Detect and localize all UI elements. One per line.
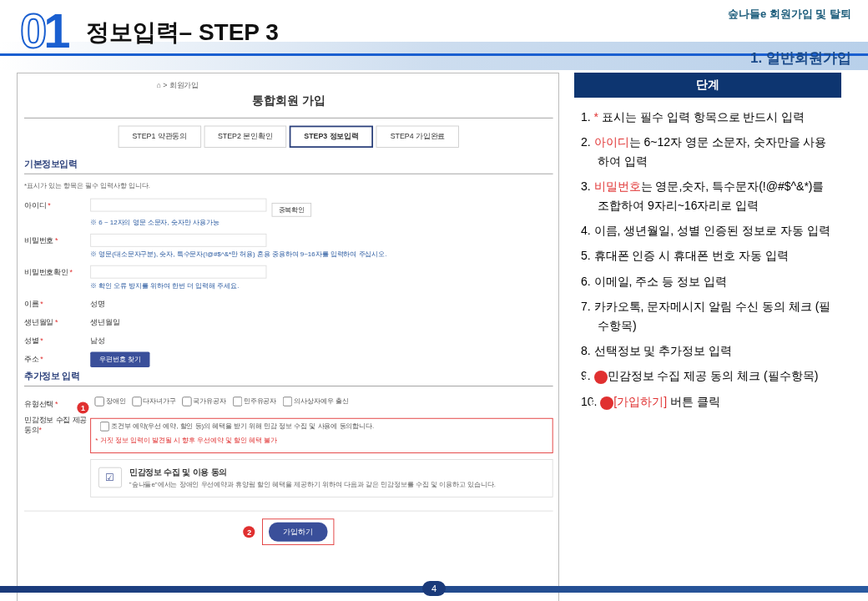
pw2-label: 비밀번호확인 xyxy=(24,265,90,278)
consent-detail-box: ☑ 민감정보 수집 및 이용 동의 "숲나들e"에서는 장애인 우선예약과 휴양… xyxy=(90,459,553,497)
consent-checkbox[interactable] xyxy=(100,422,109,431)
shield-icon: ☑ xyxy=(98,467,122,488)
required-note: *표시가 있는 항목은 필수 입력사항 입니다. xyxy=(24,181,553,190)
stage-header: 단계 xyxy=(574,73,841,98)
step-tabs: STEP1 약관동의 STEP2 본인확인 STEP3 정보입력 STEP4 가… xyxy=(24,126,553,148)
instructions-panel: 단계 1. * 표시는 필수 입력 항목으로 반드시 입력2. 아이디는 6~1… xyxy=(574,73,841,601)
page-number: 4 xyxy=(422,581,446,596)
consent-box-title: 민감정보 수집 및 이용 동의 xyxy=(129,467,496,478)
chk-disabled[interactable] xyxy=(94,396,103,406)
doc-section: 1. 일반회원가입 xyxy=(750,48,851,68)
step-item: 7. 카카오톡, 문자메시지 알림 수신 동의 체크 (필수항목) xyxy=(581,297,835,335)
field-pw2: 비밀번호확인 ※ 확인 오류 방지를 위하여 한번 더 입력해 주세요. xyxy=(24,262,553,294)
num-solid: 1 xyxy=(43,3,67,58)
id-label: 아이디 xyxy=(24,199,90,211)
birth-label: 생년월일 xyxy=(24,316,90,328)
step-item: 2. 아이디는 6~12자 영문 소문자, 숫자만을 사용하여 입력 xyxy=(581,133,835,170)
steps-list: 1. * 표시는 필수 입력 항목으로 반드시 입력2. 아이디는 6~12자 … xyxy=(574,98,841,427)
pw-input[interactable] xyxy=(90,234,266,247)
form-screenshot: ⌂ > 회원가입 통합회원 가입 STEP1 약관동의 STEP2 본인확인 S… xyxy=(24,80,553,545)
field-consent: 민감정보 수집 제공 동의* 1 조건부 예약(우선 예약, 할인 등)의 혜택… xyxy=(24,412,553,501)
birth-value: 생년월일 xyxy=(90,316,119,328)
section-number: 01 xyxy=(20,7,68,55)
step-item: 5. 휴대폰 인증 시 휴대폰 번호 자동 입력 xyxy=(581,246,835,265)
step-item: 4. 이름, 생년월일, 성별 인증된 정보로 자동 입력 xyxy=(581,221,835,240)
field-type: 유형선택 장애인 다자녀가구 국가유공자 민주유공자 의사상자예우 출신 xyxy=(24,394,553,412)
type-checkboxes: 장애인 다자녀가구 국가유공자 민주유공자 의사상자예우 출신 xyxy=(90,396,348,407)
chk-merit[interactable] xyxy=(182,396,191,406)
page-title: 정보입력– STEP 3 xyxy=(86,17,279,48)
field-birth: 생년월일 생년월일 xyxy=(24,312,553,331)
chk-democracy[interactable] xyxy=(233,396,242,406)
field-addr: 주소 우편번호 찾기 xyxy=(24,349,553,371)
section-extra-title: 추가정보 입력 xyxy=(24,371,553,383)
screenshot-panel: ⌂ > 회원가입 통합회원 가입 STEP1 약관동의 STEP2 본인확인 S… xyxy=(17,73,559,601)
field-id: 아이디 중복확인 ※ 6 ~ 12자의 영문 소문자, 숫자만 사용가능 xyxy=(24,195,553,230)
section-basic-title: 기본정보입력 xyxy=(24,158,553,170)
consent-highlight-box: 조건부 예약(우선 예약, 할인 등)의 혜택을 받기 위해 민감 정보 수집 … xyxy=(90,418,553,453)
step-tab-2[interactable]: STEP2 본인확인 xyxy=(204,126,286,148)
divider xyxy=(24,118,553,119)
submit-row: 2 가입하기 xyxy=(24,511,553,545)
doc-category: 숲나들e 회원가입 및 탈퇴 xyxy=(728,7,851,22)
step-tab-4[interactable]: STEP4 가입완료 xyxy=(376,126,459,148)
divider xyxy=(24,174,553,174)
step-item: 1. * 표시는 필수 입력 항목으로 반드시 입력 xyxy=(581,108,835,126)
consent-box-text: "숲나들e"에서는 장애인 우선예약과 휴양림 할인 혜택을 제공하기 위하여 … xyxy=(129,480,496,489)
consent-check-text: 조건부 예약(우선 예약, 할인 등)의 혜택을 받기 위해 민감 정보 수집 … xyxy=(111,422,374,430)
field-gender: 성별 남성 xyxy=(24,331,553,349)
field-pw: 비밀번호 ※ 영문(대소문자구분), 숫자, 특수문자(!@#$^&*만 허용)… xyxy=(24,230,553,262)
submit-button[interactable]: 가입하기 xyxy=(269,523,327,542)
chk-honor[interactable] xyxy=(283,396,292,406)
field-name: 이름 성명 xyxy=(24,294,553,312)
step-tab-3[interactable]: STEP3 정보입력 xyxy=(290,126,374,148)
consent-warning: * 거짓 정보 입력이 발견될 시 향후 우선예약 및 할인 혜택 불가 xyxy=(95,436,548,445)
step-item: 9. 1민감정보 수집 제공 동의 체크 (필수항목) xyxy=(581,366,835,385)
submit-highlight-box: 가입하기 xyxy=(262,518,334,545)
id-input[interactable] xyxy=(90,199,266,212)
gender-label: 성별 xyxy=(24,334,90,346)
divider xyxy=(24,386,553,386)
name-label: 이름 xyxy=(24,297,90,310)
chk-multichild[interactable] xyxy=(132,396,141,406)
addr-label: 주소 xyxy=(24,352,90,365)
id-check-button[interactable]: 중복확인 xyxy=(272,203,312,217)
form-title: 통합회원 가입 xyxy=(24,93,553,109)
header: 숲나들e 회원가입 및 탈퇴 1. 일반회원가입 01 정보입력– STEP 3 xyxy=(0,0,868,56)
num-outline: 0 xyxy=(20,3,43,58)
consent-label: 민감정보 수집 제공 동의* xyxy=(24,415,90,436)
content: ⌂ > 회원가입 통합회원 가입 STEP1 약관동의 STEP2 본인확인 S… xyxy=(0,56,868,601)
gender-value: 남성 xyxy=(90,334,105,346)
header-underline xyxy=(0,53,868,56)
step-item: 3. 비밀번호는 영문,숫자, 특수문자(!@#$^&*)를 조합하여 9자리~… xyxy=(581,177,835,215)
step-item: 10. 2[가입하기] 버튼 클릭 xyxy=(581,392,835,411)
marker-1: 1 xyxy=(77,402,88,413)
marker-2: 2 xyxy=(244,526,255,538)
zipcode-button[interactable]: 우편번호 찾기 xyxy=(90,352,149,367)
pw2-hint: ※ 확인 오류 방지를 위하여 한번 더 입력해 주세요. xyxy=(90,281,553,290)
pw-hint: ※ 영문(대소문자구분), 숫자, 특수문자(!@#$^&*만 허용) 혼용 중… xyxy=(90,250,553,259)
step-item: 6. 이메일, 주소 등 정보 입력 xyxy=(581,272,835,290)
step-item: 8. 선택정보 및 추가정보 입력 xyxy=(581,341,835,360)
id-hint: ※ 6 ~ 12자의 영문 소문자, 숫자만 사용가능 xyxy=(90,218,553,227)
breadcrumb: ⌂ > 회원가입 xyxy=(24,80,553,90)
pw-label: 비밀번호 xyxy=(24,234,90,246)
pw2-input[interactable] xyxy=(90,265,266,279)
step-tab-1[interactable]: STEP1 약관동의 xyxy=(119,126,201,148)
name-value: 성명 xyxy=(90,297,105,310)
